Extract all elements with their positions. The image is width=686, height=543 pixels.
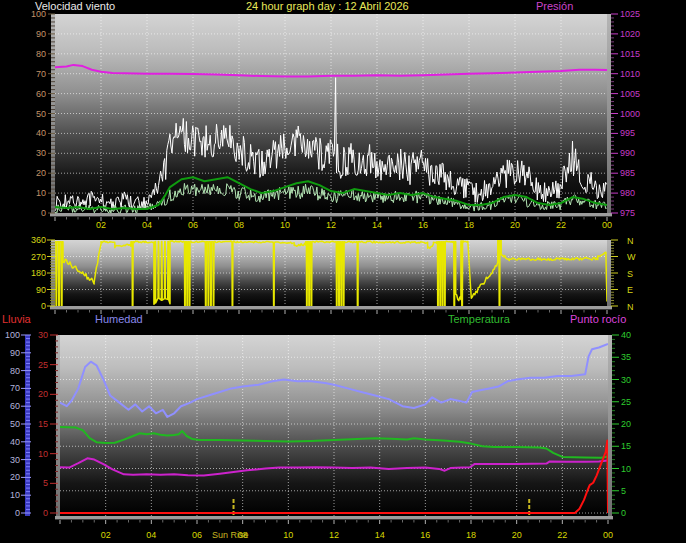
tick-label: 06 <box>192 530 202 540</box>
weather-24h-graph-window: 1009080706050403020100102510201015101010… <box>0 0 686 543</box>
tick-label: 40 <box>621 330 631 340</box>
tick-label: 16 <box>420 530 430 540</box>
tick-label: 30 <box>621 375 631 385</box>
tick-label: 90 <box>36 285 46 295</box>
tick-label: 360 <box>31 235 46 245</box>
tick-label: 25 <box>38 360 48 370</box>
tick-label: 10 <box>283 530 293 540</box>
tick-label: 40 <box>10 437 20 447</box>
tick-label: 0 <box>621 508 626 518</box>
tick-label: W <box>627 252 636 262</box>
tick-label: 50 <box>10 419 20 429</box>
tick-label: 20 <box>38 389 48 399</box>
tick-label: 14 <box>372 220 382 230</box>
tick-label: 10 <box>10 490 20 500</box>
tick-label: 1015 <box>620 49 640 59</box>
tick-label: 1010 <box>620 69 640 79</box>
tick-label: 15 <box>621 441 631 451</box>
tick-label: 08 <box>234 220 244 230</box>
tick-label: 1025 <box>620 9 640 19</box>
tick-label: 14 <box>375 530 385 540</box>
humidity-section-label: Humedad <box>95 313 143 325</box>
tick-label: 10 <box>38 449 48 459</box>
tick-label: 1020 <box>620 29 640 39</box>
tick-label: 12 <box>326 220 336 230</box>
tick-label: 22 <box>556 220 566 230</box>
tick-label: 5 <box>621 486 626 496</box>
tick-label: 0 <box>43 508 48 518</box>
tick-label: N <box>627 302 634 312</box>
tick-label: 06 <box>188 220 198 230</box>
tick-label: 975 <box>620 208 635 218</box>
plot-frame-bottom <box>50 306 612 309</box>
tick-label: 80 <box>10 366 20 376</box>
tick-label: 985 <box>620 168 635 178</box>
tick-label: 30 <box>10 455 20 465</box>
tick-label: 10 <box>280 220 290 230</box>
tick-label: 990 <box>620 148 635 158</box>
tick-label: 70 <box>10 383 20 393</box>
tick-label: 5 <box>43 478 48 488</box>
tick-label: 180 <box>31 268 46 278</box>
tick-label: 70 <box>36 69 46 79</box>
tick-label: 25 <box>621 397 631 407</box>
tick-label: 02 <box>101 530 111 540</box>
tick-label: 100 <box>5 330 20 340</box>
tick-label: 16 <box>418 220 428 230</box>
tick-label: 60 <box>10 401 20 411</box>
tick-label: 02 <box>96 220 106 230</box>
tick-label: 20 <box>621 419 631 429</box>
tick-label: 20 <box>510 220 520 230</box>
temperature-section-label: Temperatura <box>448 313 510 325</box>
dew-point-section-label: Punto rocío <box>570 313 626 325</box>
charts-canvas: 1009080706050403020100102510201015101010… <box>0 0 686 543</box>
tick-label: 00 <box>603 530 613 540</box>
tick-label: 995 <box>620 128 635 138</box>
tick-label: 270 <box>31 252 46 262</box>
tick-label: N <box>627 236 634 246</box>
tick-label: 1000 <box>620 109 640 119</box>
rain-section-label: Lluvia <box>2 313 31 325</box>
tick-label: 0 <box>41 301 46 311</box>
tick-label: 40 <box>36 128 46 138</box>
tick-label: 0 <box>15 508 20 518</box>
tick-label: 980 <box>620 188 635 198</box>
tick-label: 20 <box>512 530 522 540</box>
tick-label: 18 <box>466 530 476 540</box>
plot-frame-right <box>608 335 612 516</box>
sun-rise-label: Sun Rise <box>212 530 249 540</box>
tick-label: E <box>627 285 633 295</box>
tick-label: 60 <box>36 89 46 99</box>
tick-label: 18 <box>464 220 474 230</box>
tick-label: 1005 <box>620 89 640 99</box>
tick-label: 30 <box>36 148 46 158</box>
tick-label: 10 <box>36 188 46 198</box>
tick-label: 90 <box>10 348 20 358</box>
plot-frame-right <box>607 14 611 213</box>
plot-frame-right <box>607 240 611 306</box>
tick-label: 10 <box>621 464 631 474</box>
tick-label: 12 <box>329 530 339 540</box>
plot-frame-bottom <box>50 213 612 216</box>
wind-speed-section-label: Velocidad viento <box>35 0 115 12</box>
pressure-section-label: Presión <box>536 0 573 12</box>
tick-label: 04 <box>142 220 152 230</box>
tick-label: 35 <box>621 352 631 362</box>
tick-label: S <box>627 269 633 279</box>
tick-label: 20 <box>36 168 46 178</box>
tick-label: 00 <box>602 220 612 230</box>
plot-frame-bottom <box>55 516 613 519</box>
tick-label: 50 <box>36 109 46 119</box>
tick-label: 04 <box>146 530 156 540</box>
tick-label: 22 <box>557 530 567 540</box>
tick-label: 20 <box>10 472 20 482</box>
tick-label: 0 <box>41 208 46 218</box>
tick-label: 30 <box>38 330 48 340</box>
page-title: 24 hour graph day : 12 Abril 2026 <box>246 0 409 12</box>
tick-label: 15 <box>38 419 48 429</box>
tick-label: 80 <box>36 49 46 59</box>
tick-label: 90 <box>36 29 46 39</box>
humidity-axis-bar <box>25 335 30 516</box>
